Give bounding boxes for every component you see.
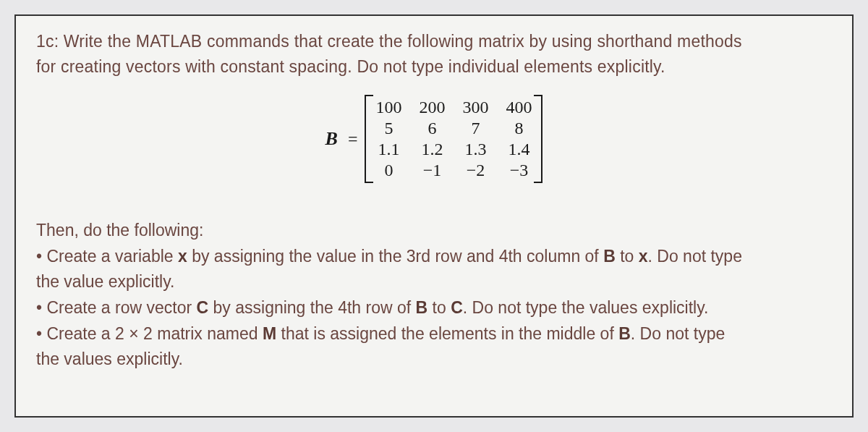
- question-box: 1c: Write the MATLAB commands that creat…: [14, 14, 854, 418]
- intro-line-1: 1c: Write the MATLAB commands that creat…: [36, 29, 832, 54]
- matrix-cell: 100: [375, 98, 402, 117]
- matrix-cell: 1.3: [461, 140, 489, 159]
- matrix-cell: 400: [505, 98, 532, 117]
- var-x: x: [178, 247, 187, 266]
- matrix-cell: −2: [461, 161, 489, 180]
- task-item-3: • Create a 2 × 2 matrix named M that is …: [36, 321, 832, 347]
- text: to: [616, 247, 639, 266]
- var-M: M: [263, 324, 276, 343]
- task-item-1-cont: the value explicitly.: [36, 269, 832, 295]
- matrix-cell: 8: [505, 119, 532, 138]
- matrix-cell: 5: [375, 119, 402, 138]
- text: • Create a variable: [36, 247, 178, 266]
- var-x: x: [639, 247, 648, 266]
- task-item-2: • Create a row vector C by assigning the…: [36, 295, 832, 321]
- matrix-cell: −3: [505, 161, 532, 180]
- matrix-grid: 100 200 300 400 5 6 7 8 1.1 1.2 1.3 1.4 …: [375, 98, 532, 180]
- var-B: B: [416, 298, 428, 317]
- problem-intro: 1c: Write the MATLAB commands that creat…: [36, 29, 832, 79]
- var-C: C: [451, 298, 463, 317]
- text: • Create a row vector: [36, 298, 197, 317]
- text: by assigning the 4th row of: [208, 298, 415, 317]
- matrix-cell: 1.2: [418, 140, 446, 159]
- matrix-cell: 6: [418, 119, 446, 138]
- text: by assigning the value in the 3rd row an…: [187, 247, 603, 266]
- var-C: C: [197, 298, 209, 317]
- equals-sign: =: [348, 130, 358, 149]
- text: . Do not type: [648, 247, 742, 266]
- text: to: [427, 298, 451, 317]
- var-B: B: [618, 324, 631, 343]
- matrix-cell: 200: [418, 98, 446, 117]
- text: • Create a 2 × 2 matrix named: [36, 324, 263, 343]
- task-item-3-cont: the values explicitly.: [36, 347, 832, 373]
- matrix-wrapper: B = 100 200 300 400 5 6 7 8 1.1 1.2 1.3 …: [326, 95, 543, 183]
- intro-line-2: for creating vectors with constant spaci…: [36, 54, 832, 80]
- tasks-header: Then, do the following:: [36, 218, 832, 244]
- matrix-cell: 1.4: [505, 140, 532, 159]
- matrix-brackets: 100 200 300 400 5 6 7 8 1.1 1.2 1.3 1.4 …: [365, 95, 542, 183]
- matrix-cell: 0: [375, 161, 402, 180]
- text: that is assigned the elements in the mid…: [276, 324, 618, 343]
- task-item-1: • Create a variable x by assigning the v…: [36, 244, 832, 270]
- matrix-name: B: [326, 128, 338, 150]
- matrix-block: B = 100 200 300 400 5 6 7 8 1.1 1.2 1.3 …: [36, 95, 832, 183]
- var-B: B: [603, 247, 616, 266]
- matrix-cell: 7: [461, 119, 489, 138]
- text: . Do not type: [631, 324, 725, 343]
- tasks-block: Then, do the following: • Create a varia…: [36, 218, 832, 373]
- matrix-cell: 1.1: [375, 140, 402, 159]
- matrix-cell: −1: [418, 161, 446, 180]
- matrix-cell: 300: [461, 98, 489, 117]
- text: . Do not type the values explicitly.: [463, 298, 709, 317]
